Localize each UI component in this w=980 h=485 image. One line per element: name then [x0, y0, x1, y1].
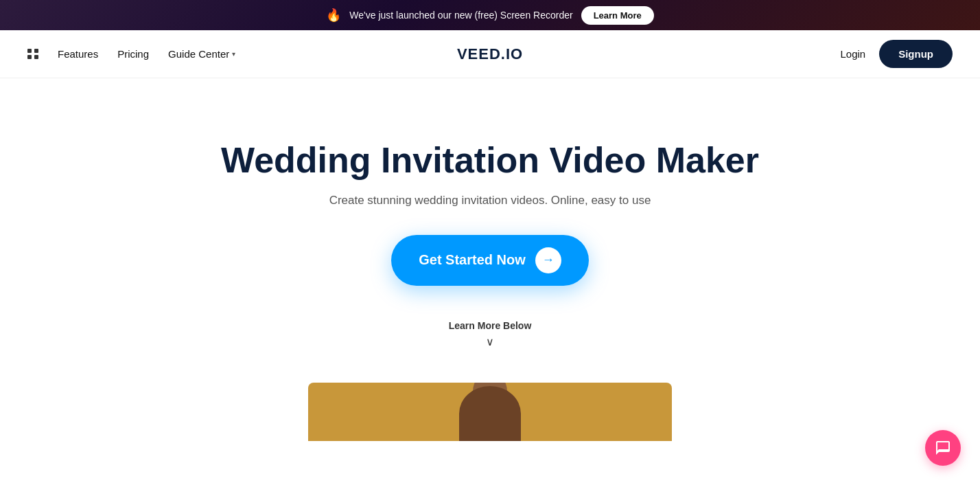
announcement-banner: 🔥 We've just launched our new (free) Scr…: [0, 0, 980, 30]
signup-button[interactable]: Signup: [879, 40, 953, 68]
cta-arrow-icon: →: [535, 247, 561, 273]
nav-left: Features Pricing Guide Center ▾: [27, 48, 235, 60]
person-body-shape: [459, 386, 521, 441]
get-started-button[interactable]: Get Started Now →: [391, 235, 589, 286]
chat-icon: [935, 440, 951, 456]
hero-title: Wedding Invitation Video Maker: [221, 140, 759, 181]
hero-subtitle: Create stunning wedding invitation video…: [329, 194, 651, 207]
announcement-text: We've just launched our new (free) Scree…: [349, 10, 572, 21]
fire-icon: 🔥: [326, 8, 341, 23]
announcement-learn-more-button[interactable]: Learn More: [581, 6, 654, 25]
hero-section: Wedding Invitation Video Maker Create st…: [0, 78, 980, 469]
nav-features-link[interactable]: Features: [58, 48, 98, 60]
nav-logo[interactable]: VEED.IO: [457, 45, 523, 63]
features-icon[interactable]: [27, 49, 38, 60]
learn-more-below[interactable]: Learn More Below ∨: [449, 320, 532, 348]
chat-button[interactable]: [925, 430, 961, 466]
get-started-label: Get Started Now: [419, 252, 526, 268]
nav-pricing-link[interactable]: Pricing: [117, 48, 149, 60]
guide-center-chevron-icon: ▾: [232, 50, 235, 58]
video-preview: [308, 383, 672, 441]
learn-more-below-text: Learn More Below: [449, 320, 532, 331]
chevron-down-icon: ∨: [486, 335, 494, 348]
nav-guide-center-link[interactable]: Guide Center ▾: [168, 48, 235, 60]
navbar: Features Pricing Guide Center ▾ VEED.IO …: [0, 30, 980, 78]
login-link[interactable]: Login: [840, 48, 865, 60]
nav-right: Login Signup: [840, 40, 953, 68]
